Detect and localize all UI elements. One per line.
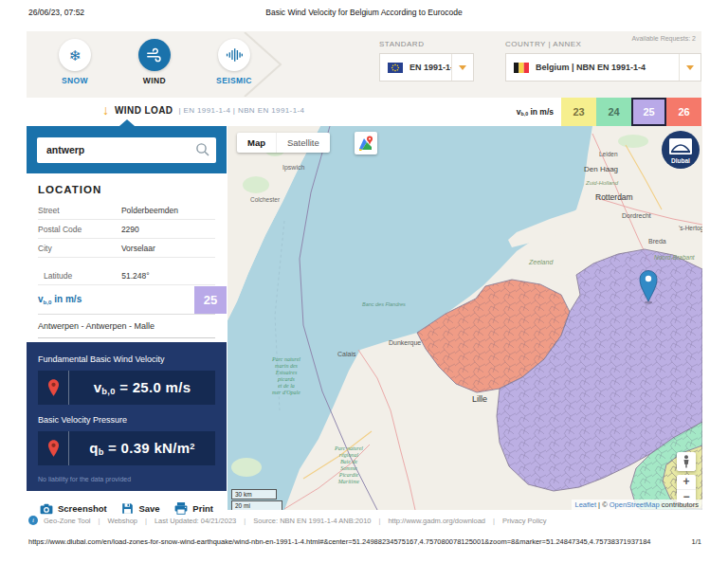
windload-bar: ↓ WIND LOAD | EN 1991-1-4 | NBN EN 1991-… bbox=[102, 103, 304, 117]
svg-text:Dlubal: Dlubal bbox=[671, 157, 690, 164]
footer-app-name: Geo-Zone Tool bbox=[44, 517, 90, 525]
vb0-label: vb,0 in m/s bbox=[38, 294, 82, 305]
legend-cell-25[interactable]: 25 bbox=[631, 98, 666, 126]
windload-title: WIND LOAD bbox=[115, 105, 173, 116]
map-attribution: Leaflet | © OpenStreetMap contributors bbox=[572, 499, 703, 510]
webshop-link[interactable]: Webshop bbox=[107, 517, 137, 525]
chevron-down-icon bbox=[459, 65, 466, 70]
toolbar: ❄ SNOW WIND bbox=[27, 31, 701, 98]
map-label: 's-Hertogenbosch bbox=[679, 225, 702, 232]
chevron-divider bbox=[243, 32, 284, 97]
standard-group: STANDARD EN 1991-1-4 bbox=[379, 40, 474, 82]
save-icon bbox=[121, 502, 134, 515]
page-title: Basic Wind Velocity for Belgium Accordin… bbox=[0, 8, 728, 17]
wind-circle bbox=[138, 39, 171, 71]
search-header bbox=[27, 126, 227, 173]
wind-zone-legend: vb,0 in m/s 23 24 25 26 bbox=[517, 98, 701, 126]
map-label: Zuid-Holland bbox=[585, 180, 619, 186]
tab-snow[interactable]: ❄ SNOW bbox=[47, 39, 102, 85]
disclaimer-text: No liability for the data provided bbox=[38, 476, 215, 482]
google-maps-button[interactable] bbox=[355, 132, 377, 154]
privacy-policy-link[interactable]: Privacy Policy bbox=[502, 517, 547, 525]
map-label: Calais bbox=[337, 351, 356, 357]
map-label: Banc des Flandres bbox=[362, 301, 406, 307]
map-label: Lille bbox=[472, 394, 487, 404]
actionbar: Screenshot Save bbox=[38, 491, 215, 515]
map-pin-icon bbox=[38, 431, 69, 465]
pressure-value: qb = 0.39 kN/m2 bbox=[69, 440, 215, 457]
google-maps-icon bbox=[357, 135, 374, 152]
scale-bar: 30 km 20 mi bbox=[231, 489, 282, 510]
legend-cell-26[interactable]: 26 bbox=[666, 98, 701, 126]
country-value: Belgium | NBN EN 1991-1-4 bbox=[536, 63, 679, 72]
velocity-value: vb,0 = 25.0 m/s bbox=[69, 379, 215, 396]
scale-km: 30 km bbox=[231, 489, 277, 499]
region-breadcrumb: Antwerpen - Antwerpen - Malle bbox=[38, 314, 215, 338]
print-button[interactable]: Print bbox=[174, 502, 213, 515]
location-row-city: City Vorselaar bbox=[38, 239, 215, 258]
pressure-result-box: qb = 0.39 kN/m2 bbox=[38, 431, 215, 465]
search-icon[interactable] bbox=[195, 142, 210, 157]
windload-codes: | EN 1991-1-4 | NBN EN 1991-1-4 bbox=[178, 106, 304, 115]
screenshot-button[interactable]: Screenshot bbox=[40, 503, 107, 515]
map-base: IpswichColchesterLeidenDen HaagZuid-Holl… bbox=[228, 126, 702, 510]
vb0-row: vb,0 in m/s 25 bbox=[38, 285, 215, 314]
map-label: Dordrecht bbox=[622, 212, 651, 219]
country-group: COUNTRY | ANNEX Belgium | NBN EN 1991-1-… bbox=[505, 40, 701, 82]
location-row-street: Street Polderbeemden bbox=[38, 201, 215, 220]
wind-icon bbox=[146, 46, 163, 64]
scale-mi: 20 mi bbox=[231, 500, 282, 510]
zoom-in-button[interactable]: + bbox=[677, 475, 696, 489]
map-label: Zeeland bbox=[528, 259, 554, 265]
hazard-tabs: ❄ SNOW WIND bbox=[47, 39, 262, 85]
map-canvas[interactable]: IpswichColchesterLeidenDen HaagZuid-Holl… bbox=[228, 126, 702, 510]
legend-cell-23[interactable]: 23 bbox=[561, 98, 596, 126]
vb0-zone-badge: 25 bbox=[194, 286, 227, 314]
location-heading: LOCATION bbox=[38, 184, 215, 195]
country-select[interactable]: Belgium | NBN EN 1991-1-4 bbox=[505, 53, 701, 82]
tab-snow-label: SNOW bbox=[62, 76, 88, 85]
gadm-link[interactable]: http://www.gadm.org/download bbox=[388, 517, 485, 525]
velocity-result-box: vb,0 = 25.0 m/s bbox=[38, 371, 215, 405]
tab-wind[interactable]: WIND bbox=[127, 39, 182, 85]
map-label: Breda bbox=[648, 238, 666, 245]
results-panel: LOCATION Street Polderbeemden Postal Cod… bbox=[27, 119, 227, 515]
save-button[interactable]: Save bbox=[121, 502, 159, 515]
location-row-latitude: Latitude 51.248° bbox=[38, 266, 215, 285]
map-pin-icon bbox=[38, 371, 69, 405]
map-label: Rotterdam bbox=[595, 192, 633, 202]
tab-wind-label: WIND bbox=[143, 76, 166, 85]
standard-select[interactable]: EN 1991-1-4 bbox=[379, 53, 474, 82]
footer-info: i Geo-Zone Tool| Webshop| Last Updated: … bbox=[28, 516, 547, 525]
map-label: Dunkerque bbox=[389, 339, 421, 347]
download-arrow-icon: ↓ bbox=[102, 103, 109, 117]
pegman-icon bbox=[682, 455, 691, 468]
printer-icon bbox=[174, 502, 188, 515]
legend-cell-24[interactable]: 24 bbox=[596, 98, 631, 126]
leaflet-link[interactable]: Leaflet bbox=[575, 500, 597, 509]
satellite-view-button[interactable]: Satellite bbox=[276, 133, 330, 153]
country-caret-cell bbox=[679, 54, 701, 81]
map-label: Den Haag bbox=[584, 165, 618, 173]
country-label: COUNTRY | ANNEX bbox=[505, 40, 701, 48]
pressure-label: Basic Velocity Pressure bbox=[38, 415, 215, 425]
eu-flag-icon bbox=[388, 63, 403, 73]
map-type-toggle: Map Satellite bbox=[237, 133, 330, 153]
location-section: LOCATION Street Polderbeemden Postal Cod… bbox=[27, 184, 227, 515]
results-card: Fundamental Basic Wind Velocity vb,0 = 2… bbox=[27, 342, 227, 491]
snow-circle: ❄ bbox=[59, 39, 91, 71]
camera-icon bbox=[40, 503, 53, 515]
print-url: https://www.dlubal.com/en/load-zones-for… bbox=[28, 537, 651, 546]
panel-notch bbox=[119, 119, 135, 126]
search-input[interactable] bbox=[37, 137, 216, 163]
map-label: Colchester bbox=[250, 196, 281, 203]
osm-link[interactable]: OpenStreetMap bbox=[610, 500, 660, 509]
pegman-button[interactable] bbox=[677, 452, 696, 471]
map-view-button[interactable]: Map bbox=[237, 133, 276, 153]
print-page-number: 1/1 bbox=[692, 537, 701, 546]
snowflake-icon: ❄ bbox=[69, 48, 82, 63]
info-icon: i bbox=[28, 516, 38, 525]
chevron-down-icon bbox=[686, 65, 694, 70]
legend-label: vb,0 in m/s bbox=[517, 107, 554, 117]
page: 26/06/23, 07:52 Basic Wind Velocity for … bbox=[0, 0, 728, 563]
